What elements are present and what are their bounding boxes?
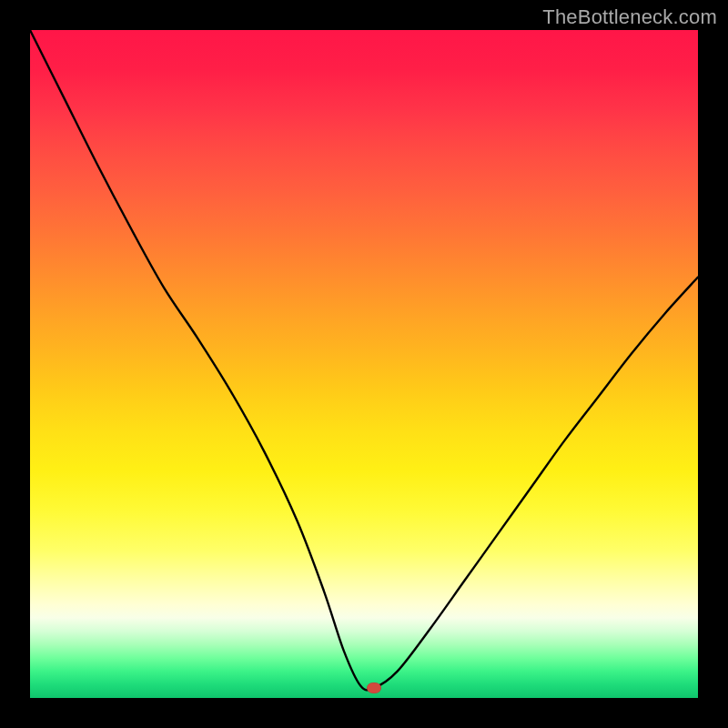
plot-area — [30, 30, 698, 698]
bottleneck-curve — [30, 30, 698, 698]
chart-frame: TheBottleneck.com — [0, 0, 728, 728]
optimal-point-marker — [367, 682, 381, 693]
watermark-text: TheBottleneck.com — [542, 5, 717, 29]
